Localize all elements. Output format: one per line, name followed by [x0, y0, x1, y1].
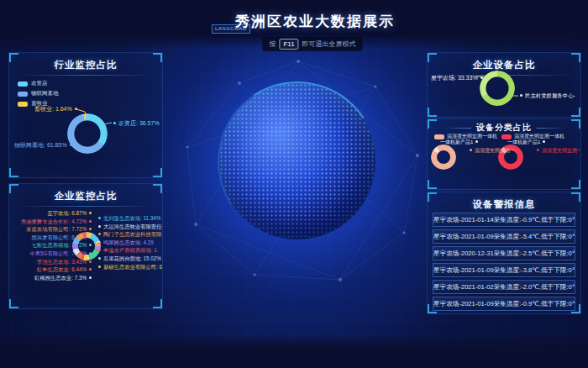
legend-item[interactable]: 农资店	[18, 80, 59, 87]
f11-key: F11	[279, 39, 298, 50]
corner-decoration	[428, 108, 437, 117]
corner-decoration	[153, 299, 162, 308]
legend-label: 物联网基地	[31, 90, 59, 97]
slice-label-livestock: 畜牧业: 1.64%	[34, 105, 77, 113]
corner-decoration	[428, 180, 437, 189]
globe	[219, 83, 375, 239]
device-ratio-panel: 企业设备占比 星宇农场: 33.33% 民主村党群服务中心-	[427, 52, 581, 118]
tip-prefix: 按	[269, 40, 276, 48]
alarm-list: 星宇农场-2021-01-14采集温度:-0.9℃,低于下限:0℃ 星宇农场-2…	[433, 213, 575, 311]
corner-decoration	[9, 53, 18, 62]
page-title: 秀洲区农业大数据展示	[235, 12, 395, 31]
legend-item[interactable]: 物联网基地	[18, 90, 59, 97]
slice-label: 大运河生态牧业有限责任公	[98, 223, 163, 229]
dashboard: LANGCHAO 秀洲区农业大数据展示 按F11即可退出全屏模式 行业监控占比 …	[0, 0, 588, 368]
corner-decoration	[428, 53, 437, 62]
legend-label: 农资店	[31, 80, 48, 87]
legend-swatch	[18, 102, 28, 107]
panel-title: 企业设备占比	[428, 59, 580, 71]
panel-title: 行业监控占比	[9, 59, 162, 71]
panel-title: 设备警报信息	[428, 198, 580, 211]
panel-title: 设备分类占比	[428, 122, 580, 134]
industry-monitor-panel: 行业监控占比 农资店 物联网基地 畜牧业 畜牧业: 1.64% 农资店: 36.…	[8, 52, 163, 178]
legend-swatch	[18, 92, 28, 97]
slice-label: 丰溢水产养殖养殖场: 1.	[98, 247, 158, 253]
mini-slice-label: 一体机新产品1	[440, 139, 478, 146]
slice-label-minzhu: 民主村党群服务中心-	[520, 92, 575, 100]
slice-label: 星宇农场: 6.87%	[47, 210, 92, 216]
slice-label: 新硕生态农业有限公司: 6.87%	[98, 264, 163, 270]
fullscreen-tip: 按F11即可退出全屏模式	[262, 37, 362, 51]
slice-label: 红丰生态农业: 6.44%	[37, 266, 92, 272]
slice-label: 北刘荡生态农场: 11.34%	[98, 215, 160, 221]
corner-decoration	[153, 168, 162, 177]
footer-band	[0, 334, 588, 368]
mini-slice-label: 温湿度光照监测一-	[470, 147, 517, 155]
alarm-row: 星宇农场-2020-12-31采集温度:-2.5℃,低于下限:0℃	[433, 246, 575, 260]
corner-decoration	[9, 184, 18, 193]
device-alarm-panel: 设备警报信息 星宇农场-2021-01-14采集温度:-0.9℃,低于下限:0℃…	[427, 192, 581, 314]
slice-label: 秀洲雁舞专业合作社: 4.72%	[21, 218, 92, 224]
slice-label: 鸣翠园生态农场: 4.29	[98, 239, 154, 245]
device-ratio-donut-chart[interactable]	[480, 71, 515, 106]
tip-suffix: 即可退出全屏模式	[302, 40, 356, 48]
corner-decoration	[428, 192, 437, 202]
alarm-row: 星宇农场-2021-01-09采集温度:-0.9℃,低于下限:0℃	[433, 297, 575, 311]
alarm-row: 星宇农场-2021-01-09采集温度:-5.4℃,低于下限:0℃	[433, 229, 575, 244]
slice-label: 瓜果花园自营地: 15.02%	[98, 255, 161, 261]
enterprise-monitor-panel: 企业监控占比 星宇农场: 6.87% 秀洲雁舞专业合作社: 4.72% 家庭农场…	[8, 183, 163, 309]
alarm-row: 星宇农场-2021-01-14采集温度:-0.9℃,低于下限:0℃	[433, 213, 575, 227]
slice-label: 陶门子生态农业科技有限公	[98, 231, 163, 237]
device-class-donut-left[interactable]	[431, 145, 456, 170]
corner-decoration	[9, 168, 18, 177]
slice-label: 家庭农场有限公司: 7.72%	[26, 226, 92, 232]
device-class-panel: 设备分类占比 温湿度光照监测一体机 温湿度光照监测一体机 一体机新产品1 温湿度…	[427, 118, 581, 190]
corner-decoration	[571, 180, 580, 189]
slice-label-agristore: 农资店: 36.57%	[113, 119, 160, 128]
title-divider	[16, 206, 155, 207]
slice-label: 红梅园生态农业: 7.3%	[34, 275, 92, 281]
enterprise-donut-chart[interactable]	[72, 232, 101, 260]
corner-decoration	[153, 184, 162, 193]
corner-decoration	[571, 192, 580, 202]
alarm-row: 星宇农场-2021-01-09采集温度:-3.8℃,低于下限:0℃	[433, 263, 575, 277]
slice-label-iot-base: 物联网基地: 61.85%	[14, 141, 72, 150]
mini-slice-label: 一体机新产品1	[507, 139, 545, 146]
title-divider	[16, 75, 155, 76]
corner-decoration	[9, 299, 18, 308]
enterprise-right-labels: 北刘荡生态农场: 11.34% 大运河生态牧业有限责任公 陶门子生态农业科技有限…	[98, 215, 163, 270]
legend-swatch	[18, 81, 28, 87]
panel-title: 企业监控占比	[9, 190, 162, 202]
slice-label-xingyu: 星宇农场: 33.33%	[431, 74, 483, 82]
mini-slice-label: 温湿度光照监测一-	[537, 147, 581, 155]
corner-decoration	[571, 53, 580, 62]
corner-decoration	[153, 53, 162, 62]
corner-decoration	[571, 108, 580, 117]
alarm-row: 星宇农场-2021-01-02采集温度:-2.0℃,低于下限:0℃	[433, 280, 575, 294]
industry-donut-chart[interactable]	[67, 113, 108, 154]
